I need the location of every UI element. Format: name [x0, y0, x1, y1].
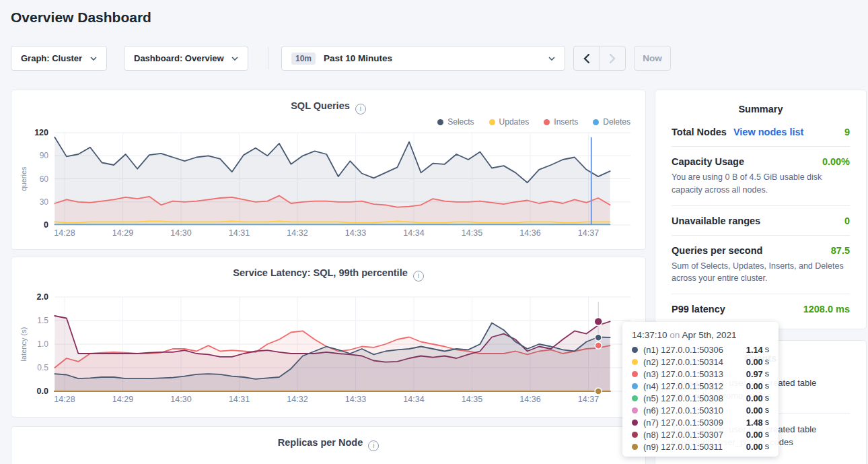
tooltip-node-label: (n3) 127.0.0.1:50313: [643, 369, 746, 379]
tooltip-row: (n4) 127.0.0.1:503120.00s: [632, 380, 769, 392]
tooltip-node-label: (n5) 127.0.0.1:50308: [643, 393, 746, 403]
svg-text:14:33: 14:33: [345, 228, 366, 238]
series-dot-icon: [632, 371, 638, 377]
svg-text:14:34: 14:34: [403, 395, 424, 404]
series-dot-icon: [632, 359, 638, 365]
summary-row-value: 0.00%: [822, 156, 850, 167]
tooltip-row: (n7) 127.0.0.1:503091.48s: [632, 416, 769, 428]
chart-hover-tooltip: 14:37:10 on Apr 5th, 2021 (n1) 127.0.0.1…: [622, 322, 779, 457]
page-title: Overview Dashboard: [11, 9, 151, 26]
summary-row-value: 87.5: [831, 245, 850, 256]
svg-text:14:30: 14:30: [170, 228, 191, 238]
svg-text:14:37: 14:37: [578, 395, 599, 404]
summary-row-label: Queries per second: [672, 245, 762, 256]
tooltip-value: 0.00: [746, 393, 763, 403]
tooltip-row: (n9) 127.0.0.1:503110.00s: [632, 440, 769, 453]
summary-rows: Total NodesView nodes list9Capacity Usag…: [655, 117, 866, 323]
view-nodes-link[interactable]: View nodes list: [733, 127, 804, 137]
tooltip-value: 0.00: [746, 442, 763, 452]
tooltip-node-label: (n2) 127.0.0.1:50314: [643, 357, 746, 367]
summary-row-line: Queries per second87.5: [672, 245, 850, 256]
svg-text:0: 0: [44, 220, 48, 230]
summary-row-label: Unavailable ranges: [672, 216, 760, 226]
summary-row-value: 0: [844, 216, 850, 226]
series-dot-icon: [632, 432, 638, 438]
tooltip-unit: s: [765, 369, 769, 378]
prev-range-button[interactable]: [574, 46, 600, 70]
svg-text:14:36: 14:36: [519, 395, 540, 404]
svg-text:14:30: 14:30: [170, 395, 191, 404]
tooltip-node-label: (n1) 127.0.0.1:50306: [643, 345, 746, 355]
tooltip-node-label: (n4) 127.0.0.1:50312: [643, 381, 746, 391]
tooltip-value: 0.97: [746, 369, 763, 379]
svg-text:60: 60: [40, 174, 49, 184]
svg-text:14:29: 14:29: [112, 395, 133, 404]
time-range-dropdown[interactable]: 10m Past 10 Minutes: [281, 46, 565, 71]
tooltip-unit: s: [765, 393, 769, 403]
next-range-button[interactable]: [600, 46, 625, 70]
tooltip-row: (n8) 127.0.0.1:503070.00s: [632, 428, 769, 440]
now-button[interactable]: Now: [634, 46, 671, 71]
info-icon[interactable]: i: [368, 440, 379, 451]
chevron-down-icon: [90, 57, 97, 61]
tooltip-unit: s: [765, 357, 769, 366]
time-range-label: Past 10 Minutes: [324, 53, 548, 63]
svg-text:14:31: 14:31: [229, 395, 250, 404]
tooltip-node-label: (n9) 127.0.0.1:50311: [643, 442, 746, 452]
svg-text:latency (s): latency (s): [20, 327, 28, 362]
svg-text:0.5: 0.5: [37, 363, 48, 372]
summary-row-label: Total Nodes: [672, 127, 727, 137]
tooltip-unit: s: [765, 430, 769, 439]
tooltip-node-label: (n6) 127.0.0.1:50310: [643, 405, 746, 416]
tooltip-row: (n1) 127.0.0.1:503061.14s: [632, 343, 769, 356]
time-range-badge: 10m: [291, 53, 316, 65]
svg-text:14:35: 14:35: [462, 228, 482, 238]
tooltip-row: (n3) 127.0.0.1:503130.97s: [632, 368, 769, 380]
tooltip-node-label: (n7) 127.0.0.1:50309: [643, 418, 746, 428]
summary-row-desc: You are using 0 B of 4.5 GiB usable disk…: [672, 171, 850, 197]
svg-text:14:37: 14:37: [578, 228, 599, 238]
svg-text:14:35: 14:35: [462, 395, 482, 404]
series-dot-icon: [632, 383, 638, 389]
svg-text:14:33: 14:33: [345, 395, 366, 404]
tooltip-value: 0.00: [746, 381, 763, 391]
svg-text:14:34: 14:34: [403, 228, 424, 238]
svg-text:1.0: 1.0: [37, 339, 48, 349]
dashboard-dropdown-label: Dashboard: Overview: [134, 53, 224, 63]
graph-dropdown[interactable]: Graph: Cluster: [11, 46, 107, 71]
summary-row-line: Capacity Usage0.00%: [672, 156, 850, 167]
tooltip-rows: (n1) 127.0.0.1:503061.14s(n2) 127.0.0.1:…: [632, 343, 769, 453]
summary-row-line: Unavailable ranges0: [672, 216, 850, 226]
svg-text:2.0: 2.0: [37, 292, 48, 302]
tooltip-row: (n6) 127.0.0.1:503100.00s: [632, 404, 769, 416]
chevron-left-icon: [583, 54, 589, 63]
summary-row: Queries per second87.5Sum of Selects, Up…: [672, 235, 850, 294]
tooltip-value: 0.00: [746, 357, 763, 367]
tooltip-on: on: [670, 330, 680, 340]
svg-text:30: 30: [40, 197, 49, 207]
svg-text:0.0: 0.0: [37, 387, 48, 396]
service-latency-plot[interactable]: 0.00.51.01.52.014:2814:2914:3014:3114:32…: [11, 257, 647, 418]
series-dot-icon: [632, 347, 638, 353]
dashboard-dropdown[interactable]: Dashboard: Overview: [124, 46, 248, 71]
summary-row-value: 1208.0 ms: [803, 304, 850, 314]
tooltip-unit: s: [765, 381, 769, 391]
tooltip-node-label: (n8) 127.0.0.1:50307: [643, 430, 746, 440]
summary-row-value: 9: [844, 127, 850, 137]
svg-text:14:31: 14:31: [229, 228, 250, 238]
chevron-right-icon: [610, 54, 616, 63]
summary-row: P99 latency1208.0 ms: [672, 294, 850, 323]
toolbar-divider: [268, 47, 268, 69]
svg-text:14:36: 14:36: [519, 228, 540, 238]
replicas-card: Replicas per Nodei: [11, 426, 646, 464]
svg-text:1.5: 1.5: [37, 316, 48, 325]
tooltip-value: 1.14: [746, 345, 763, 355]
replicas-title: Replicas per Node: [278, 437, 363, 448]
tooltip-row: (n2) 127.0.0.1:503140.00s: [632, 356, 769, 368]
sql-queries-plot[interactable]: 030609012014:2814:2914:3014:3114:3214:33…: [11, 90, 647, 251]
series-dot-icon: [632, 420, 638, 426]
svg-text:14:32: 14:32: [287, 395, 308, 404]
tooltip-time: 14:37:10: [632, 330, 667, 340]
summary-row: Capacity Usage0.00%You are using 0 B of …: [672, 146, 850, 205]
series-dot-icon: [632, 444, 638, 450]
